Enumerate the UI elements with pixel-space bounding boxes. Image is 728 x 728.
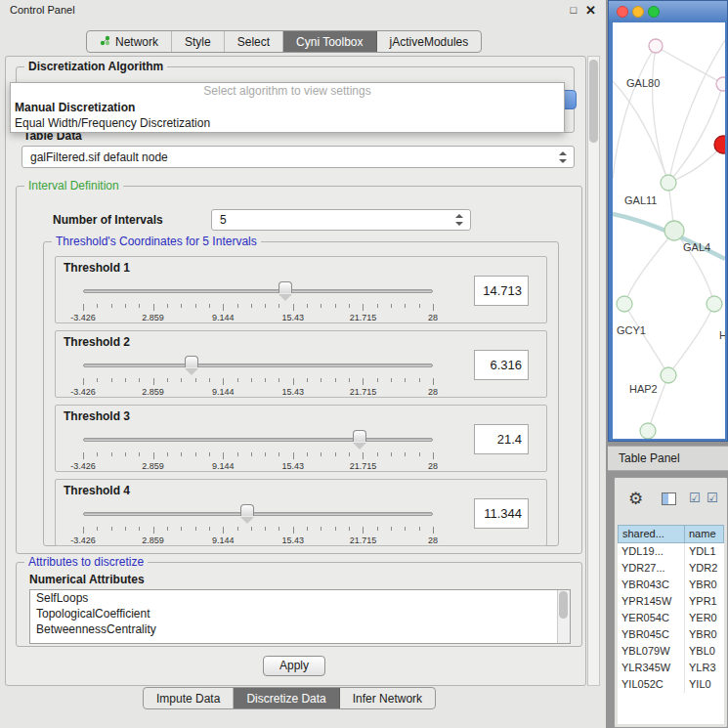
gear-icon[interactable]: ⚙ bbox=[628, 489, 643, 509]
slider-track[interactable] bbox=[83, 289, 433, 293]
network-node[interactable] bbox=[664, 221, 684, 240]
group-title-interval-definition: Interval Definition bbox=[24, 179, 123, 193]
network-node[interactable] bbox=[661, 175, 676, 191]
tab-style[interactable]: Style bbox=[172, 31, 225, 52]
slider-ticks bbox=[83, 304, 433, 312]
number-of-intervals-label: Number of Intervals bbox=[53, 213, 163, 227]
combobox-value: 5 bbox=[220, 213, 227, 227]
slider-track[interactable] bbox=[83, 512, 433, 516]
threshold-2-slider[interactable]: -3.4262.8599.14415.4321.71528 bbox=[83, 355, 433, 396]
tab-jactivemodules[interactable]: jActiveModules bbox=[377, 31, 482, 52]
network-edge bbox=[668, 304, 714, 375]
tab-network[interactable]: Network bbox=[87, 31, 172, 52]
minimize-traffic-light-icon[interactable] bbox=[632, 6, 644, 18]
menu-item-equal-width-frequency-discretization[interactable]: Equal Width/Frequency Discretization bbox=[11, 115, 564, 131]
tab-impute-data[interactable]: Impute Data bbox=[144, 688, 234, 708]
slider-scale: -3.4262.8599.14415.4321.71528 bbox=[83, 387, 433, 398]
list-item[interactable]: BetweennessCentrality bbox=[30, 621, 570, 637]
table-row[interactable]: YDR27...YDR2 bbox=[618, 560, 724, 577]
stepper-icon bbox=[559, 151, 568, 163]
slider-scale: -3.4262.8599.14415.4321.71528 bbox=[83, 461, 433, 472]
node-label: H bbox=[719, 329, 725, 341]
table-data-combobox[interactable]: galFiltered.sif default node bbox=[21, 146, 575, 168]
threshold-label: Threshold 3 bbox=[64, 409, 130, 423]
network-node[interactable] bbox=[661, 367, 676, 383]
table-row[interactable]: YLR345WYLR3 bbox=[618, 660, 724, 676]
slider-thumb-icon[interactable] bbox=[240, 504, 254, 516]
network-node[interactable] bbox=[649, 39, 663, 53]
table-browser-window: ⚙ ☑ ☑ shared... name YDL19...YDL1YDR27..… bbox=[614, 477, 728, 728]
network-edge bbox=[624, 231, 674, 304]
threshold-label: Threshold 1 bbox=[64, 261, 130, 275]
slider-track[interactable] bbox=[83, 438, 433, 442]
slider-scale: -3.4262.8599.14415.4321.71528 bbox=[83, 313, 433, 323]
tab-infer-network[interactable]: Infer Network bbox=[340, 688, 435, 708]
slider-thumb-icon[interactable] bbox=[185, 356, 198, 367]
threshold-1-slider[interactable]: -3.4262.8599.14415.4321.71528 bbox=[83, 280, 433, 321]
table-row[interactable]: YDL19...YDL1 bbox=[618, 543, 724, 560]
slider-thumb-icon[interactable] bbox=[278, 281, 292, 293]
tab-select[interactable]: Select bbox=[225, 31, 283, 52]
threshold-4-slider[interactable]: -3.4262.8599.14415.4321.71528 bbox=[83, 503, 433, 544]
control-panel: Control Panel □ ✕ NetworkStyleSelectCyni… bbox=[0, 0, 606, 728]
slider-scale: -3.4262.8599.14415.4321.71528 bbox=[83, 535, 433, 546]
threshold-2-value-field[interactable]: 6.316 bbox=[474, 350, 529, 380]
table-toolbar: ⚙ ☑ ☑ bbox=[615, 478, 727, 523]
menu-item-manual-discretization[interactable]: Manual Discretization bbox=[11, 100, 564, 115]
table-row[interactable]: YPR145WYPR1 bbox=[618, 593, 724, 610]
select-none-checkbox-icon[interactable]: ☑ bbox=[707, 491, 718, 505]
threshold-label: Threshold 2 bbox=[64, 335, 130, 349]
network-window-titlebar[interactable] bbox=[609, 1, 727, 22]
threshold-1-value-field[interactable]: 14.713 bbox=[474, 276, 529, 306]
slider-track[interactable] bbox=[83, 364, 433, 367]
network-node[interactable] bbox=[707, 296, 722, 312]
slider-ticks bbox=[83, 527, 433, 535]
group-title-thresholds: Threshold's Coordinates for 5 Intervals bbox=[52, 235, 261, 249]
network-node[interactable] bbox=[640, 423, 656, 439]
table-panel-title: Table Panel bbox=[619, 451, 680, 465]
slider-thumb-icon[interactable] bbox=[353, 430, 366, 442]
list-item[interactable]: TopologicalCoefficient bbox=[30, 606, 570, 621]
list-scrollbar[interactable] bbox=[557, 590, 570, 643]
threshold-4-value-field[interactable]: 11.344 bbox=[474, 498, 529, 529]
slider-ticks bbox=[83, 452, 433, 460]
threshold-1-panel: Threshold 1 -3.4262.8599.14415.4321.7152… bbox=[55, 256, 547, 323]
scrollbar-thumb[interactable] bbox=[559, 591, 568, 619]
table-row[interactable]: YBR043CYBR0 bbox=[618, 577, 724, 593]
zoom-traffic-light-icon[interactable] bbox=[648, 6, 660, 18]
table-row[interactable]: YBR045CYBR0 bbox=[618, 626, 724, 643]
table-row[interactable]: YER054CYER0 bbox=[618, 610, 724, 626]
slider-ticks bbox=[83, 378, 433, 386]
node-label: GAL11 bbox=[624, 194, 657, 206]
columns-icon[interactable] bbox=[662, 492, 676, 505]
network-edge bbox=[668, 40, 725, 183]
network-edge bbox=[613, 46, 656, 179]
close-icon[interactable]: ✕ bbox=[585, 3, 596, 18]
table-row[interactable]: YIL052CYIL0 bbox=[618, 676, 724, 693]
float-window-icon[interactable]: □ bbox=[570, 4, 577, 16]
panel-scrollbar[interactable] bbox=[587, 56, 600, 686]
threshold-3-panel: Threshold 3 -3.4262.8599.14415.4321.7152… bbox=[55, 405, 547, 472]
threshold-3-value-field[interactable]: 21.4 bbox=[474, 424, 529, 454]
list-item[interactable]: SelfLoops bbox=[30, 590, 570, 606]
network-canvas[interactable]: GAL80GAL11GAL4GCY1HAP2H bbox=[613, 22, 725, 439]
tab-discretize-data[interactable]: Discretize Data bbox=[234, 688, 339, 708]
column-header-name[interactable]: name bbox=[685, 525, 724, 543]
network-node[interactable] bbox=[716, 77, 725, 91]
threshold-3-slider[interactable]: -3.4262.8599.14415.4321.71528 bbox=[83, 429, 433, 470]
table-row[interactable]: YBL079WYBL0 bbox=[618, 643, 724, 660]
network-edge bbox=[624, 304, 668, 375]
close-traffic-light-icon[interactable] bbox=[617, 6, 628, 18]
table-panel-header: Table Panel bbox=[608, 446, 728, 471]
network-node[interactable] bbox=[617, 296, 632, 312]
apply-button[interactable]: Apply bbox=[263, 656, 325, 676]
scrollbar-thumb[interactable] bbox=[589, 60, 598, 143]
column-header-shared-name[interactable]: shared... bbox=[618, 525, 685, 543]
table-body: YDL19...YDL1YDR27...YDR2YBR043CYBR0YPR14… bbox=[618, 543, 724, 724]
tab-cyni-toolbox[interactable]: Cyni Toolbox bbox=[283, 31, 376, 52]
select-all-checkbox-icon[interactable]: ☑ bbox=[689, 491, 701, 505]
panel-titlebar: Control Panel □ ✕ bbox=[0, 0, 606, 20]
threshold-2-panel: Threshold 2 -3.4262.8599.14415.4321.7152… bbox=[55, 330, 547, 398]
network-node[interactable] bbox=[714, 136, 725, 153]
number-of-intervals-combobox[interactable]: 5 bbox=[211, 209, 471, 231]
